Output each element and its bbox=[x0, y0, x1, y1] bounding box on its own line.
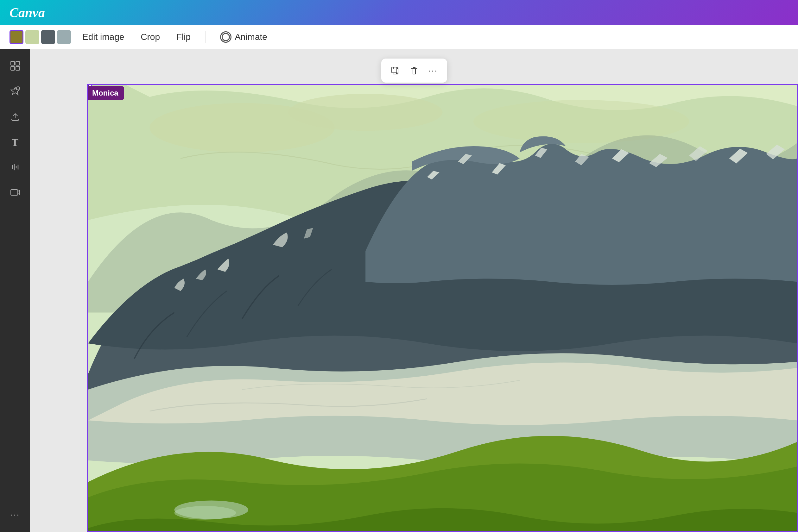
svg-rect-1 bbox=[16, 61, 20, 65]
elements-icon bbox=[10, 60, 21, 73]
sidebar-item-elements[interactable] bbox=[4, 55, 26, 78]
copy-button[interactable] bbox=[387, 62, 404, 79]
header: Canva bbox=[0, 0, 798, 25]
sidebar-item-video[interactable] bbox=[4, 182, 26, 204]
sidebar-item-templates[interactable] bbox=[4, 81, 26, 103]
svg-point-13 bbox=[174, 506, 236, 520]
svg-rect-5 bbox=[11, 190, 18, 195]
canvas-image[interactable]: Monica bbox=[87, 84, 798, 532]
sidebar: T ··· bbox=[0, 49, 30, 532]
floating-action-bar: ··· bbox=[381, 59, 447, 82]
text-icon: T bbox=[12, 137, 18, 148]
svg-point-10 bbox=[289, 94, 443, 131]
color-swatches bbox=[10, 30, 71, 44]
audio-icon bbox=[10, 162, 21, 174]
canva-logo: Canva bbox=[10, 5, 45, 20]
flip-button[interactable]: Flip bbox=[171, 30, 196, 45]
mountain-scene bbox=[88, 85, 797, 531]
svg-rect-7 bbox=[392, 67, 397, 73]
animate-icon bbox=[220, 31, 231, 43]
more-options-button[interactable]: ··· bbox=[425, 62, 442, 79]
animate-button[interactable]: Animate bbox=[215, 29, 272, 45]
color-swatch-1[interactable] bbox=[10, 30, 23, 44]
svg-rect-3 bbox=[16, 66, 20, 70]
sidebar-item-text[interactable]: T bbox=[4, 131, 26, 153]
user-label: Monica bbox=[87, 86, 124, 100]
edit-image-button[interactable]: Edit image bbox=[77, 30, 129, 45]
uploads-icon bbox=[10, 111, 21, 124]
svg-rect-0 bbox=[11, 61, 15, 65]
canvas-area: ··· Monica bbox=[30, 49, 798, 532]
main: T ··· bbox=[0, 49, 798, 532]
animate-label: Animate bbox=[235, 32, 267, 42]
toolbar: Edit image Crop Flip Animate bbox=[0, 25, 798, 49]
sidebar-item-audio[interactable] bbox=[4, 157, 26, 179]
crop-button[interactable]: Crop bbox=[135, 30, 165, 45]
sidebar-item-uploads[interactable] bbox=[4, 106, 26, 128]
templates-icon bbox=[10, 86, 21, 98]
color-swatch-3[interactable] bbox=[41, 30, 55, 44]
svg-point-4 bbox=[17, 87, 20, 90]
video-icon bbox=[10, 187, 21, 200]
sidebar-item-more[interactable]: ··· bbox=[4, 504, 26, 526]
more-icon: ··· bbox=[11, 510, 20, 519]
svg-rect-2 bbox=[11, 66, 15, 70]
color-swatch-4[interactable] bbox=[57, 30, 71, 44]
delete-button[interactable] bbox=[406, 62, 423, 79]
color-swatch-2[interactable] bbox=[25, 30, 39, 44]
